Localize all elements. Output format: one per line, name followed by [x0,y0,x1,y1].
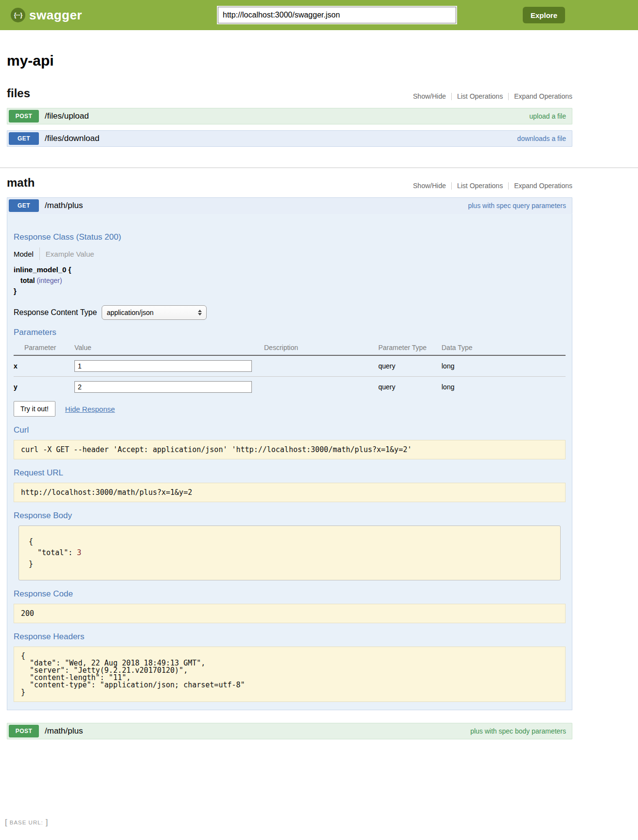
select-arrows-icon [198,310,202,315]
list-operations-link-math[interactable]: List Operations [457,182,503,190]
divider [451,182,452,190]
divider [508,182,509,190]
curl-heading: Curl [14,425,566,435]
divider [508,93,509,100]
model-tabs: Model Example Value [14,247,566,261]
endpoint-row-math-plus-get[interactable]: GET /math/plus plus with spec query para… [7,197,572,214]
swagger-braces-icon: {···} [11,8,25,22]
endpoint-path[interactable]: /math/plus [45,726,83,736]
header-bar: {···} swagger Explore [0,0,638,30]
model-property: total (integer) [14,275,566,286]
try-it-out-button[interactable]: Try it out! [14,401,55,417]
files-section-header: files Show/Hide List Operations Expand O… [7,87,572,100]
base-url-footer: [ BASE URL: ] [5,818,638,827]
main-content: my-api files Show/Hide List Operations E… [7,30,572,739]
param-x-input[interactable] [74,360,252,372]
property-name: total [20,277,35,284]
request-url-heading: Request URL [14,468,566,478]
param-type: query [378,355,442,377]
col-header-parameter-type: Parameter Type [378,340,442,355]
section-title-math[interactable]: math [7,176,35,190]
col-header-parameter: Parameter [14,340,74,355]
divider [451,93,452,100]
response-code-heading: Response Code [14,589,566,599]
response-body-json: { "total": 3 } [18,525,561,580]
param-data-type: long [442,355,566,377]
param-name: x [14,355,74,377]
expand-operations-link-files[interactable]: Expand Operations [514,92,572,100]
math-section-header: math Show/Hide List Operations Expand Op… [7,176,572,190]
parameter-row-y: y query long [14,377,566,398]
response-class-heading: Response Class (Status 200) [14,232,566,242]
endpoint-summary[interactable]: downloads a file [517,135,566,142]
selected-content-type: application/json [106,309,154,316]
divider [39,247,40,260]
parameters-heading: Parameters [14,328,566,337]
brand-title: swagger [29,8,82,23]
expand-operations-link-math[interactable]: Expand Operations [514,182,572,190]
tab-model[interactable]: Model [14,250,34,258]
col-header-data-type: Data Type [442,340,566,355]
param-description [264,377,378,398]
response-code-value: 200 [14,604,566,623]
response-content-type-label: Response Content Type [14,308,97,317]
page-title: my-api [7,52,572,69]
parameters-header-row: Parameter Value Description Parameter Ty… [14,340,566,355]
json-key: "total": [29,548,77,557]
model-signature: inline_model_0 { total (integer) } [14,264,566,297]
explore-button[interactable]: Explore [523,7,565,23]
endpoint-path[interactable]: /math/plus [45,201,83,210]
endpoint-summary[interactable]: plus with spec body parameters [470,727,566,735]
col-header-description: Description [264,340,378,355]
endpoint-row-math-plus-post[interactable]: POST /math/plus plus with spec body para… [7,723,572,739]
spec-url-input[interactable] [218,7,456,23]
section-title-files[interactable]: files [7,87,30,100]
endpoint-summary[interactable]: plus with spec query parameters [468,202,566,210]
model-open: inline_model_0 { [14,264,566,275]
curl-command: curl -X GET --header 'Accept: applicatio… [14,440,566,459]
parameter-row-x: x query long [14,355,566,377]
response-content-type-select[interactable]: application/json [102,305,207,320]
param-description [264,355,378,377]
show-hide-link-files[interactable]: Show/Hide [413,92,446,100]
param-name: y [14,377,74,398]
json-open-brace: { [29,537,33,546]
model-close: } [14,286,566,297]
param-data-type: long [442,377,566,398]
method-badge-post: POST [9,725,39,737]
method-badge-get: GET [9,199,39,212]
method-badge-get: GET [9,132,39,145]
operation-panel: Response Class (Status 200) Model Exampl… [7,214,572,710]
response-headers-heading: Response Headers [14,632,566,642]
endpoint-row-files-download[interactable]: GET /files/download downloads a file [7,130,572,147]
hide-response-link[interactable]: Hide Response [65,405,115,413]
json-number-value: 3 [77,548,81,557]
bracket-open: [ [5,818,7,827]
json-close-brace: } [29,560,33,568]
method-badge-post: POST [9,110,39,122]
param-y-input[interactable] [74,381,252,393]
tab-example-value[interactable]: Example Value [46,250,94,258]
endpoint-path[interactable]: /files/download [45,134,99,143]
list-operations-link-files[interactable]: List Operations [457,92,503,100]
show-hide-link-math[interactable]: Show/Hide [413,182,446,190]
section-divider [0,167,638,168]
property-type: (integer) [36,277,62,284]
response-content-type-row: Response Content Type application/json [14,305,566,320]
param-type: query [378,377,442,398]
endpoint-summary[interactable]: upload a file [529,112,566,120]
bracket-close: ] [46,818,48,827]
endpoint-row-files-upload[interactable]: POST /files/upload upload a file [7,108,572,124]
base-url-label: BASE URL: [10,820,43,825]
response-headers-json: { "date": "Wed, 22 Aug 2018 18:49:13 GMT… [14,647,566,702]
swagger-logo[interactable]: {···} swagger [11,8,82,23]
endpoint-path[interactable]: /files/upload [45,111,89,121]
parameters-table: Parameter Value Description Parameter Ty… [14,340,566,397]
request-url-value: http://localhost:3000/math/plus?x=1&y=2 [14,483,566,502]
response-body-heading: Response Body [14,511,566,521]
col-header-value: Value [74,340,264,355]
